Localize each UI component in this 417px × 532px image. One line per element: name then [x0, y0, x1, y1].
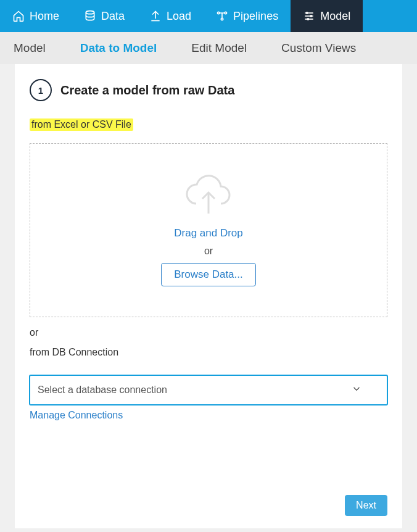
db-section-label: from DB Connection — [30, 347, 387, 358]
tab-model[interactable]: Model — [5, 41, 54, 55]
sub-nav: Model Data to Model Edit Model Custom Vi… — [0, 32, 417, 64]
nav-data-label: Data — [101, 10, 125, 23]
svg-point-9 — [310, 15, 312, 17]
tab-data-to-model[interactable]: Data to Model — [72, 41, 166, 55]
next-button[interactable]: Next — [345, 495, 387, 516]
db-select-wrap: Select a database connection Manage Conn… — [30, 375, 387, 421]
chevron-down-icon — [351, 383, 362, 397]
home-icon — [12, 10, 25, 22]
browse-data-button[interactable]: Browse Data... — [161, 263, 256, 286]
svg-point-0 — [86, 11, 94, 14]
nav-model[interactable]: Model — [291, 0, 363, 32]
cloud-upload-icon — [184, 174, 233, 221]
nav-load-label: Load — [167, 10, 191, 23]
svg-point-8 — [307, 12, 308, 14]
nav-home-label: Home — [30, 10, 59, 23]
step-number: 1 — [30, 79, 52, 101]
database-icon — [84, 10, 96, 22]
drop-text: Drag and Drop — [174, 227, 243, 239]
model-icon — [303, 10, 315, 22]
file-section-label: from Excel or CSV File — [30, 118, 133, 131]
svg-point-4 — [221, 18, 223, 20]
svg-point-10 — [307, 19, 309, 20]
pipelines-icon — [216, 10, 228, 22]
svg-point-2 — [218, 12, 220, 14]
tab-edit-model[interactable]: Edit Model — [183, 41, 255, 55]
tab-custom-views[interactable]: Custom Views — [273, 41, 365, 55]
nav-home[interactable]: Home — [0, 0, 72, 32]
nav-pipelines-label: Pipelines — [233, 10, 278, 23]
svg-point-3 — [225, 12, 226, 14]
upload-icon — [149, 10, 162, 22]
content-panel: 1 Create a model from raw Data from Exce… — [15, 64, 402, 528]
top-nav: Home Data Load Pipelines Model — [0, 0, 417, 32]
section-separator-or: or — [30, 327, 387, 338]
db-connection-select[interactable]: Select a database connection — [30, 375, 387, 405]
nav-load[interactable]: Load — [137, 0, 204, 32]
drop-or-text: or — [204, 246, 213, 257]
nav-model-label: Model — [320, 10, 350, 23]
db-select-placeholder: Select a database connection — [38, 384, 167, 396]
step-header: 1 Create a model from raw Data — [30, 79, 387, 101]
nav-pipelines[interactable]: Pipelines — [204, 0, 291, 32]
step-title: Create a model from raw Data — [60, 83, 234, 98]
file-dropzone[interactable]: Drag and Drop or Browse Data... — [30, 143, 387, 317]
nav-data[interactable]: Data — [72, 0, 137, 32]
manage-connections-link[interactable]: Manage Connections — [30, 410, 123, 421]
